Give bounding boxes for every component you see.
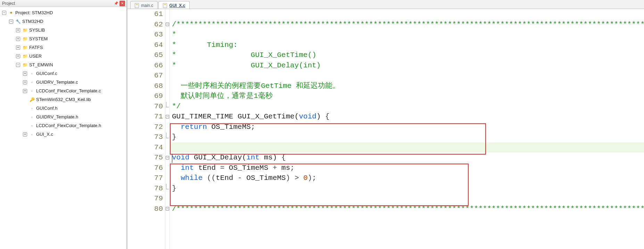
token-keyword: while [181,174,203,182]
line-number: 80 [127,204,164,214]
tree-item-STemWin532_CM3_Keil-lib[interactable]: 🔑STemWin532_CM3_Keil.lib [2,95,126,104]
code-line[interactable]: * [170,30,644,40]
expand-icon[interactable]: + [23,72,27,76]
token-keyword: void [172,153,189,161]
code-line[interactable]: * GUI_X_Delay(int) [170,60,644,71]
token-ident [203,174,207,182]
line-number: 78 [127,183,164,194]
code-line[interactable]: while ((tEnd - OS_TimeMS) > 0); [170,173,644,183]
code-line[interactable]: void GUI_X_Delay(int ms) { [170,152,644,163]
token-punc: ) [286,174,290,182]
twisty-spacer [23,115,27,119]
tree-item-GUIConf-h[interactable]: ▫GUIConf.h [2,104,126,113]
tree-item-label: LCDConf_FlexColor_Template.c [36,88,101,93]
line-number: 77 [127,173,164,183]
fold-cell [165,70,170,81]
code-line[interactable]: * Timing: [170,40,644,50]
token-comment: 一些时序相关的例程需要GetTime 和延迟功能。 [172,82,340,90]
editor: main.cGUI_X.c 61626364656667686970717273… [127,0,644,249]
code-line[interactable] [170,9,644,19]
expand-icon[interactable]: + [16,28,20,32]
fold-cell[interactable]: − [165,152,170,163]
token-ident: GUI_TIMER_TIME GUI_X_GetTime( [172,113,299,121]
fold-column[interactable]: −−−− [165,9,170,249]
code-area[interactable]: 6162636465666768697071727374757677787980… [127,9,644,249]
tree-item-LCDConf_FlexColor_Template-h[interactable]: ▫LCDConf_FlexColor_Template.h [2,121,126,130]
tree-item-GUI_X-c[interactable]: +▫GUI_X.c [2,130,126,139]
fold-minus-icon[interactable]: − [166,156,169,159]
collapse-icon[interactable]: − [9,19,13,24]
fold-cell [165,91,170,101]
collapse-icon[interactable]: − [2,11,6,15]
code-line[interactable] [170,142,644,153]
token-punc: } [172,133,176,141]
tree-item-FATFS[interactable]: +📁FATFS [2,43,126,52]
code-line[interactable]: } [170,132,644,142]
token-ident [172,123,181,131]
tree-item-Project-STM32HD[interactable]: −✦Project: STM32HD [2,8,126,17]
tree-item-label: USER [29,53,42,59]
cfile-icon: ▫ [29,80,35,85]
close-panel-button[interactable]: ✕ [119,1,125,6]
token-punc: = [220,164,225,172]
twisty-spacer [23,106,27,110]
tree-item-GUIDRV_Template-h[interactable]: ▫GUIDRV_Template.h [2,113,126,121]
folder-icon: 📁 [22,62,28,68]
code-line[interactable]: return OS_TimeMS; [170,122,644,132]
expand-icon[interactable]: + [23,89,27,93]
fold-cell[interactable]: − [165,204,170,214]
code-content[interactable]: /***************************************… [170,9,644,249]
folder-icon: 📁 [22,53,28,59]
tree-item-GUIConf-c[interactable]: +▫GUIConf.c [2,69,126,78]
tree-item-label: GUIConf.c [36,71,57,76]
line-number: 74 [127,142,164,153]
folder-icon: 📁 [22,27,28,33]
code-line[interactable]: /***************************************… [170,204,644,214]
code-line[interactable]: 默认时间单位，通常是1毫秒 [170,91,644,101]
fold-minus-icon[interactable]: − [166,115,169,118]
token-keyword: int [246,153,259,161]
token-punc: ; [251,123,255,131]
tree-item-SYSTEM[interactable]: +📁SYSTEM [2,34,126,43]
token-ident [172,174,181,182]
tree-item-LCDConf_FlexColor_Template-c[interactable]: +▫LCDConf_FlexColor_Template.c [2,86,126,95]
project-icon: ✦ [8,10,14,16]
expand-icon[interactable]: + [16,54,20,58]
fold-cell[interactable]: − [165,111,170,122]
code-line[interactable]: int tEnd = OS_TimeMS + ms; [170,163,644,173]
hfile-icon: ▫ [29,114,35,120]
project-panel: Project 📌 ✕ −✦Project: STM32HD−🔧STM32HD+… [0,0,127,249]
code-line[interactable]: } [170,183,644,194]
pin-button[interactable]: 📌 [113,1,119,6]
tab-main-c[interactable]: main.c [130,1,158,9]
code-line[interactable]: 一些时序相关的例程需要GetTime 和延迟功能。 [170,81,644,91]
tree-item-ST_EMWIN[interactable]: −📁ST_EMWIN [2,60,126,69]
tree-item-label: ST_EMWIN [29,62,53,67]
token-ident: OS_TimeMS [207,123,251,131]
collapse-icon[interactable]: − [16,63,20,67]
code-line[interactable] [170,70,644,81]
expand-icon[interactable]: + [16,45,20,50]
expand-icon[interactable]: + [16,37,20,41]
code-line[interactable]: * GUI_X_GetTime() [170,50,644,60]
fold-cell[interactable]: − [165,19,170,30]
code-line[interactable]: */ [170,101,644,112]
token-ident: ms [277,164,290,172]
tree-item-label: FATFS [29,45,43,50]
code-line[interactable]: GUI_TIMER_TIME GUI_X_GetTime(void) { [170,111,644,122]
expand-icon[interactable]: + [23,80,27,84]
fold-minus-icon[interactable]: − [166,23,169,26]
fold-minus-icon[interactable]: − [166,207,169,210]
project-tree[interactable]: −✦Project: STM32HD−🔧STM32HD+📁SYSLIB+📁SYS… [0,7,126,249]
code-line[interactable] [170,193,644,204]
tree-item-USER[interactable]: +📁USER [2,52,126,60]
tree-item-STM32HD[interactable]: −🔧STM32HD [2,17,126,26]
tree-item-GUIDRV_Template-c[interactable]: +▫GUIDRV_Template.c [2,78,126,86]
token-num: 0 [303,174,308,182]
tab-GUI_X-c[interactable]: GUI_X.c [158,1,190,9]
tree-item-SYSLIB[interactable]: +📁SYSLIB [2,26,126,34]
token-comment: * GUI_X_GetTime() [172,51,316,59]
expand-icon[interactable]: + [23,132,27,136]
code-line[interactable]: /***************************************… [170,19,644,30]
token-ident: GUI_X_Delay( [189,153,246,161]
